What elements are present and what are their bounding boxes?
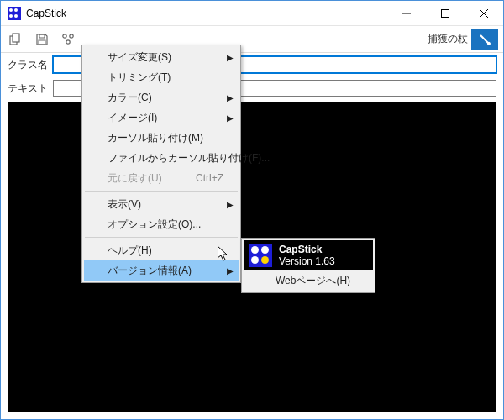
menu-cursor-paste[interactable]: カーソル貼り付け(M) [84, 128, 239, 148]
class-label: クラス名 [8, 58, 48, 72]
menu-help[interactable]: ヘルプ(H) [84, 240, 239, 260]
minimize-button[interactable] [387, 1, 426, 25]
chevron-right-icon: ▶ [227, 53, 234, 62]
about-text: CapStick Version 1.63 [279, 244, 335, 267]
svg-rect-1 [442, 9, 449, 17]
maximize-button[interactable] [426, 1, 465, 25]
chevron-right-icon: ▶ [227, 113, 234, 123]
menu-separator [85, 237, 238, 238]
capture-tool[interactable]: 捕獲の杖 [428, 29, 498, 50]
menu-color[interactable]: カラー(C)▶ [84, 87, 239, 108]
app-icon [8, 7, 21, 20]
class-row: クラス名 [1, 53, 503, 76]
text-label: テキスト [8, 81, 48, 96]
svg-rect-7 [39, 40, 45, 45]
chevron-right-icon: ▶ [227, 200, 234, 209]
context-menu: サイズ変更(S)▶ トリミング(T) カラー(C)▶ イメージ(I)▶ カーソル… [81, 45, 241, 283]
menu-view[interactable]: 表示(V)▶ [84, 194, 239, 214]
menu-separator [85, 191, 238, 192]
menu-trimming[interactable]: トリミング(T) [84, 67, 239, 87]
svg-point-9 [70, 34, 73, 37]
window-controls [387, 1, 503, 25]
chevron-right-icon: ▶ [227, 93, 234, 102]
app-icon [249, 244, 272, 267]
titlebar: CapStick [1, 1, 503, 26]
about-item[interactable]: CapStick Version 1.63 [244, 240, 373, 270]
text-row: テキスト [1, 76, 503, 100]
svg-point-8 [63, 34, 66, 37]
toolbar: 捕獲の杖 [1, 26, 503, 53]
svg-rect-5 [13, 34, 19, 42]
settings-icon[interactable] [60, 30, 78, 49]
app-window: CapStick 捕獲の杖 [0, 0, 504, 420]
chevron-right-icon: ▶ [227, 266, 234, 276]
save-icon[interactable] [33, 30, 51, 49]
wand-icon [471, 29, 498, 50]
version-submenu: CapStick Version 1.63 Webページへ(H) [241, 238, 375, 293]
copy-icon[interactable] [6, 30, 24, 49]
close-button[interactable] [465, 1, 503, 25]
capture-label: 捕獲の杖 [428, 32, 468, 46]
window-title: CapStick [26, 8, 387, 19]
svg-line-11 [480, 35, 489, 44]
menu-undo: 元に戻す(U)Ctrl+Z [84, 168, 239, 188]
menu-image[interactable]: イメージ(I)▶ [84, 108, 239, 128]
menu-options[interactable]: オプション設定(O)... [84, 214, 239, 234]
menu-version[interactable]: バージョン情報(A)▶ [84, 260, 239, 281]
menu-cursor-paste-file[interactable]: ファイルからカーソル貼り付け(F)... [84, 148, 239, 168]
menu-resize[interactable]: サイズ変更(S)▶ [84, 47, 239, 67]
svg-point-10 [66, 39, 70, 43]
menu-webpage[interactable]: Webページへ(H) [244, 270, 373, 291]
